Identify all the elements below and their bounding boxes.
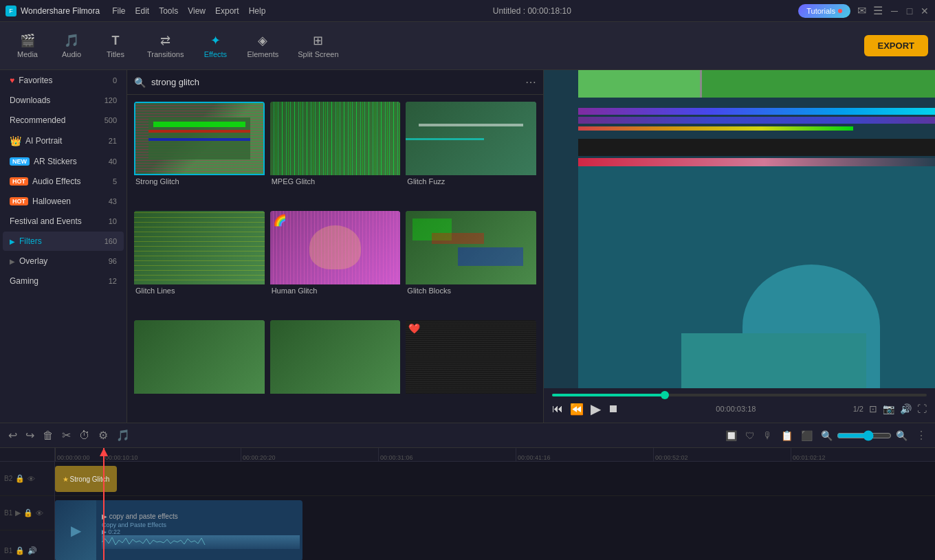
cut-button[interactable]: ✂ [62, 429, 71, 442]
sidebar-item-overlay[interactable]: ▶ Overlay 96 [3, 251, 124, 271]
snapshot-icon[interactable]: 📷 [883, 403, 894, 414]
toolbar-effects[interactable]: ✦ Effects [195, 30, 236, 61]
strong-glitch-thumbnail [134, 102, 265, 175]
delete-button[interactable]: 🗑 [43, 429, 54, 442]
toolbar-audio[interactable]: 🎵 Audio [51, 30, 92, 61]
menu-view[interactable]: View [188, 6, 206, 16]
step-back-button[interactable]: ⏪ [570, 403, 584, 416]
snap-icon[interactable]: 🔲 [725, 430, 737, 441]
sidebar-item-halloween[interactable]: HOT Halloween 43 [3, 192, 124, 211]
filters-label: Filters [19, 236, 42, 246]
sidebar-item-gaming[interactable]: Gaming 12 [3, 271, 124, 291]
zoom-in-button[interactable]: 🔍 [896, 430, 908, 441]
caption-icon[interactable]: ⬛ [801, 430, 813, 441]
menu-icon[interactable]: ☰ [873, 4, 883, 17]
expand-view-icon[interactable]: ⊡ [869, 403, 877, 414]
toolbar-elements[interactable]: ◈ Elements [239, 30, 287, 61]
glitch-fuzz-thumbnail [406, 102, 536, 175]
festival-events-label: Festival and Events [10, 216, 82, 226]
glitch-lines-label: Glitch Lines [134, 284, 265, 297]
notifications-icon[interactable]: ✉ [857, 4, 866, 17]
audio-track-num: B1 [4, 547, 12, 555]
duration-button[interactable]: ⏱ [79, 429, 90, 442]
menu-tools[interactable]: Tools [159, 6, 178, 16]
titlebar-right: Tutorials ✉ ☰ ─ □ ✕ [798, 4, 930, 18]
sidebar-item-festival-events[interactable]: Festival and Events 10 [3, 212, 124, 231]
zoom-out-button[interactable]: 🔍 [821, 430, 833, 441]
effect-glitch-lines[interactable]: Glitch Lines [134, 211, 265, 315]
play-icon-track1[interactable]: ▶ [15, 508, 21, 517]
redo-button[interactable]: ↪ [25, 429, 34, 442]
progress-thumb[interactable] [661, 391, 669, 399]
lock-icon-track1[interactable]: 🔒 [23, 508, 33, 517]
progress-bar[interactable] [552, 394, 927, 396]
export-button[interactable]: EXPORT [864, 35, 928, 56]
shield-icon[interactable]: 🛡 [745, 430, 755, 441]
menu-help[interactable]: Help [249, 6, 266, 16]
media-icon: 🎬 [20, 33, 35, 48]
stop-button[interactable]: ⏹ [608, 403, 619, 415]
toolbar-titles[interactable]: T Titles [95, 31, 136, 61]
effect-human-glitch[interactable]: 🌈 Human Glitch [270, 211, 401, 315]
effect-row3-2[interactable] [270, 320, 401, 416]
effect-mpeg-glitch[interactable]: MPEG Glitch [270, 102, 401, 205]
mute-icon-audio[interactable]: 🔊 [28, 546, 37, 555]
minimize-button[interactable]: ─ [890, 6, 899, 16]
effects-label: Effects [204, 50, 227, 58]
timeline-settings-icon[interactable]: ⋮ [916, 429, 927, 442]
search-options-icon[interactable]: ⋯ [525, 76, 536, 89]
skip-back-button[interactable]: ⏮ [552, 403, 563, 415]
menu-edit[interactable]: Edit [135, 6, 150, 16]
play-button[interactable]: ▶ [591, 401, 601, 417]
sidebar-item-filters[interactable]: ▶ Filters 160 [3, 232, 124, 251]
preview-controls: ⏮ ⏪ ▶ ⏹ 00:00:03:18 1/2 ⊡ 📷 🔊 ⛶ [544, 388, 935, 423]
sidebar-item-recommended[interactable]: Recommended 500 [3, 111, 124, 130]
undo-button[interactable]: ↩ [8, 429, 17, 442]
sidebar-item-audio-effects[interactable]: HOT Audio Effects 5 [3, 172, 124, 191]
sidebar-item-ai-portrait[interactable]: 👑 AI Portrait 21 [3, 131, 124, 151]
row3-3-label [406, 394, 536, 398]
lock-icon-track2[interactable]: 🔒 [15, 474, 25, 483]
tutorials-button[interactable]: Tutorials [798, 4, 850, 18]
sidebar-item-downloads[interactable]: Downloads 120 [3, 91, 124, 110]
effect-glitch-blocks[interactable]: Glitch Blocks [406, 211, 536, 315]
playhead[interactable] [103, 448, 104, 560]
favorites-label: Favorites [19, 76, 52, 85]
play-controls: ⏮ ⏪ ▶ ⏹ [552, 401, 619, 417]
audio-btn[interactable]: 🎵 [116, 429, 130, 442]
video-clip[interactable]: ▶ ▶ copy and paste effects Copy and Past… [55, 500, 302, 560]
eye-icon-track2[interactable]: 👁 [28, 475, 35, 483]
toolbar-media[interactable]: 🎬 Media [7, 30, 48, 61]
effect-glitch-fuzz[interactable]: Glitch Fuzz [406, 102, 536, 205]
toolbar-transitions[interactable]: ⇄ Transitions [139, 30, 192, 61]
effect-row3-1[interactable] [134, 320, 265, 416]
search-input[interactable] [151, 77, 520, 87]
glitch-fuzz-label: Glitch Fuzz [406, 175, 536, 188]
sidebar-item-ar-stickers[interactable]: NEW AR Stickers 40 [3, 152, 124, 171]
zoom-slider[interactable] [837, 430, 892, 441]
adjust-button[interactable]: ⚙ [98, 429, 108, 442]
menu-file[interactable]: File [112, 6, 125, 16]
mic-icon[interactable]: 🎙 [763, 430, 773, 441]
sidebar-item-favorites[interactable]: ♥ Favorites 0 [3, 71, 124, 90]
track1-label: B1 ▶ 🔒 👁 [0, 496, 54, 530]
fullscreen-icon[interactable]: ⛶ [917, 403, 927, 414]
layers-icon[interactable]: 📋 [781, 430, 793, 441]
lock-icon-audio[interactable]: 🔒 [15, 546, 25, 555]
effects-icon: ✦ [210, 33, 221, 48]
close-button[interactable]: ✕ [920, 6, 930, 16]
festival-events-count: 10 [109, 217, 117, 225]
volume-icon[interactable]: 🔊 [900, 403, 912, 414]
effect-row3-3[interactable]: ❤️ [406, 320, 536, 416]
eye-icon-track1[interactable]: 👁 [36, 509, 43, 517]
maximize-button[interactable]: □ [905, 6, 914, 16]
toolbar-split-screen[interactable]: ⊞ Split Screen [289, 30, 346, 61]
downloads-count: 120 [104, 96, 117, 104]
effect-clip-strong-glitch[interactable]: ★ Strong Glitch [55, 466, 117, 492]
split-screen-label: Split Screen [298, 50, 338, 58]
effect-strong-glitch[interactable]: Strong Glitch [134, 102, 265, 205]
row3-3-thumbnail: ❤️ [406, 320, 536, 394]
track2-row: ★ Strong Glitch [55, 462, 935, 496]
new-badge: NEW [10, 157, 30, 166]
menu-export[interactable]: Export [215, 6, 239, 16]
